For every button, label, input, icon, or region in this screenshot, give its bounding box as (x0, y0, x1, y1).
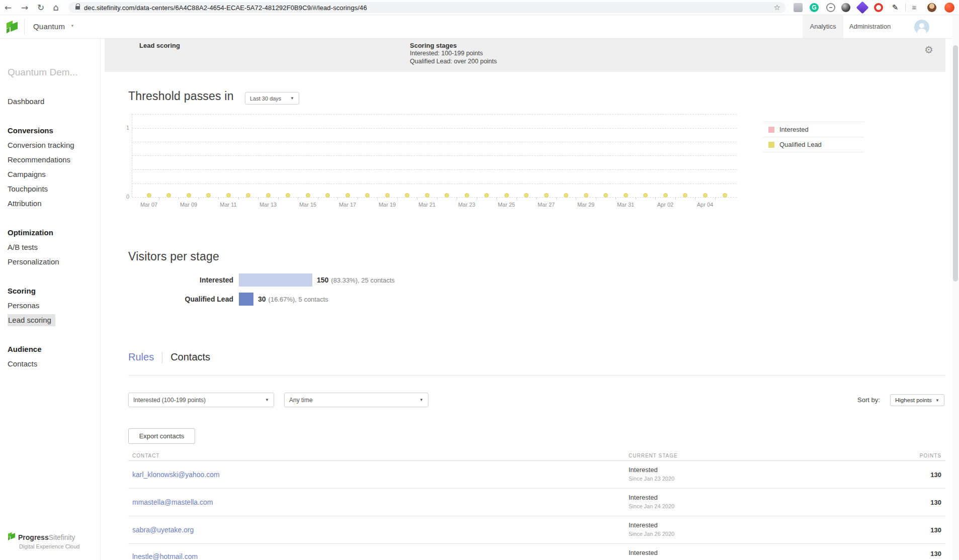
sitefinity-footer-logo: ProgressSitefinity Digital Experience Cl… (7, 532, 79, 549)
tab-rules[interactable]: Rules (128, 351, 154, 363)
screenshot-card-icon[interactable] (794, 3, 803, 12)
x-axis-minor-tick (556, 197, 557, 200)
footer-brand-sitefinity: Sitefinity (49, 533, 75, 541)
toolbar-separator (905, 4, 906, 12)
scoring-stages-summary: Scoring stages Interested: 100-199 point… (410, 42, 497, 65)
x-axis-tick-label: Mar 25 (492, 202, 521, 208)
data-point-dot (484, 193, 489, 198)
contact-email-link[interactable]: mmastella@mastella.com (132, 498, 213, 506)
x-axis-minor-tick (238, 197, 239, 200)
url-text[interactable]: dec.sitefinity.com/data-centers/6A4C88A2… (84, 4, 786, 12)
sidebar-section-scoring: Scoring (8, 284, 100, 298)
brand-divider (24, 19, 25, 35)
stage-since: Since Jan 26 2020 (629, 531, 870, 537)
tab-divider (162, 352, 162, 363)
data-point-dot (524, 193, 529, 198)
bar-detail: (16.67%), 5 contacts (269, 296, 328, 303)
contacts-table: CONTACT CURRENT STAGE POINTS karl_klonow… (128, 450, 945, 560)
y-axis-tick-label: 0 (119, 194, 129, 200)
table-row: karl_klonowski@yahoo.com Interested Sinc… (128, 461, 945, 489)
signature-pen-extension-icon[interactable]: ✎ (891, 3, 900, 12)
legend-item-qualified-lead[interactable]: Qualified Lead (763, 137, 864, 152)
chevron-down-icon: ▼ (419, 398, 423, 402)
stage-bar-row-interested: Interested 150 (83.33%), 25 contacts (128, 273, 732, 287)
tabs-underline (128, 375, 945, 376)
x-axis-minor-tick (337, 197, 338, 200)
orange-update-icon[interactable] (944, 3, 954, 13)
x-axis-tick-label: Mar 29 (571, 202, 600, 208)
bookmark-star-icon[interactable]: ☆ (774, 2, 780, 13)
bar-label: Qualified Lead (128, 295, 239, 303)
stage-line-interested: Interested: 100-199 points (410, 49, 497, 57)
data-point-dot (206, 193, 211, 198)
legend-item-interested[interactable]: Interested (763, 122, 864, 137)
sidebar-item-recommendations[interactable]: Recommendations (8, 152, 100, 167)
data-point-dot (246, 193, 250, 198)
page-scrollbar[interactable] (952, 15, 959, 560)
reload-icon[interactable]: ↻ (35, 2, 47, 14)
legend-label: Qualified Lead (779, 141, 822, 148)
profile-photo-avatar[interactable] (927, 3, 936, 12)
lead-scoring-header-band: Lead scoring Scoring stages Interested: … (105, 39, 945, 72)
x-axis-minor-tick (496, 197, 497, 200)
stage-filter-select[interactable]: Interested (100-199 points) ▼ (128, 393, 274, 407)
tab-contacts[interactable]: Contacts (170, 351, 210, 363)
back-icon[interactable]: ← (2, 2, 14, 14)
sidebar-item-attribution[interactable]: Attribution (8, 196, 100, 211)
contact-email-link[interactable]: lnestle@hotmail.com (132, 552, 198, 560)
datacenter-selector[interactable]: Quantum (33, 22, 65, 31)
x-axis-minor-tick (278, 197, 279, 200)
address-bar[interactable]: dec.sitefinity.com/data-centers/6A4C88A2… (68, 2, 786, 13)
home-icon[interactable]: ⌂ (50, 2, 62, 14)
current-stage: Interested (629, 494, 870, 501)
x-axis-minor-tick (179, 197, 179, 200)
dial-extension-icon[interactable] (826, 3, 835, 12)
chevron-down-icon[interactable]: ▼ (70, 24, 74, 28)
column-header-points: POINTS (870, 450, 945, 460)
x-axis-tick-label: Mar 13 (253, 202, 283, 208)
sidebar-item-lead-scoring[interactable]: Lead scoring (8, 313, 100, 327)
x-axis-tick-label: Mar 07 (134, 202, 163, 208)
sort-select[interactable]: Highest points ▼ (890, 394, 944, 406)
sidebar-item-campaigns[interactable]: Campaigns (8, 167, 100, 181)
nav-tab-analytics[interactable]: Analytics (803, 15, 843, 38)
sort-by-label: Sort by: (857, 396, 880, 404)
table-header-row: CONTACT CURRENT STAGE POINTS (128, 450, 945, 461)
sidebar-item-personas[interactable]: Personas (8, 298, 100, 313)
purple-gem-extension-icon[interactable] (856, 1, 868, 14)
forward-icon[interactable]: → (19, 2, 31, 14)
x-axis-tick-label: Mar 11 (214, 202, 243, 208)
x-axis-minor-tick (457, 197, 457, 200)
dark-sphere-extension-icon[interactable] (841, 3, 850, 12)
rules-contacts-tabs: Rules Contacts (128, 351, 210, 363)
sidebar-item-ab-tests[interactable]: A/B tests (8, 240, 100, 254)
data-point-dot (564, 193, 568, 198)
data-point-dot (345, 193, 350, 198)
sidebar-item-personalization[interactable]: Personalization (8, 254, 100, 269)
chevron-down-icon: ▼ (935, 398, 939, 403)
user-avatar[interactable] (914, 20, 929, 35)
grammarly-icon[interactable]: G (810, 3, 819, 12)
sidebar-item-dashboard[interactable]: Dashboard (8, 94, 100, 109)
export-contacts-button[interactable]: Export contacts (128, 428, 195, 444)
date-range-select[interactable]: Last 30 days ▼ (245, 92, 299, 105)
scrollbar-thumb[interactable] (953, 45, 958, 282)
playlist-extension-icon[interactable]: ≡ (910, 3, 919, 12)
sidebar-item-conversion-tracking[interactable]: Conversion tracking (8, 138, 100, 152)
contact-email-link[interactable]: sabra@uyetake.org (132, 526, 194, 534)
nav-tab-administration[interactable]: Administration (846, 15, 894, 38)
gear-icon[interactable]: ⚙ (924, 44, 933, 56)
data-point-dot (187, 193, 191, 198)
sidebar-item-contacts[interactable]: Contacts (8, 356, 100, 371)
contact-email-link[interactable]: karl_klonowski@yahoo.com (132, 471, 220, 479)
threshold-chart: 01Mar 07Mar 09Mar 11Mar 13Mar 15Mar 17Ma… (132, 114, 737, 197)
sidebar: Quantum Dem... Dashboard Conversions Con… (0, 39, 101, 560)
x-axis-tick-label: Apr 04 (690, 202, 720, 208)
sidebar-account-name[interactable]: Quantum Dem... (8, 65, 100, 79)
data-point-dot (544, 193, 549, 198)
time-filter-select[interactable]: Any time ▼ (284, 393, 428, 407)
sidebar-item-touchpoints[interactable]: Touchpoints (8, 181, 100, 196)
red-ring-extension-icon[interactable] (874, 3, 883, 12)
x-axis-minor-tick (358, 197, 358, 200)
data-point-dot (663, 193, 668, 198)
